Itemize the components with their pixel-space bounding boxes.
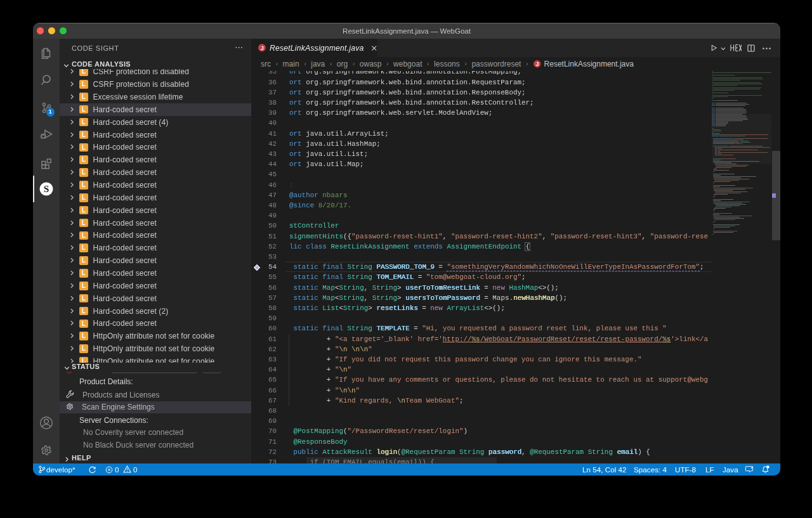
svg-text:J: J [536,61,539,67]
svg-text:S: S [44,183,49,194]
svg-text:J: J [261,45,264,51]
